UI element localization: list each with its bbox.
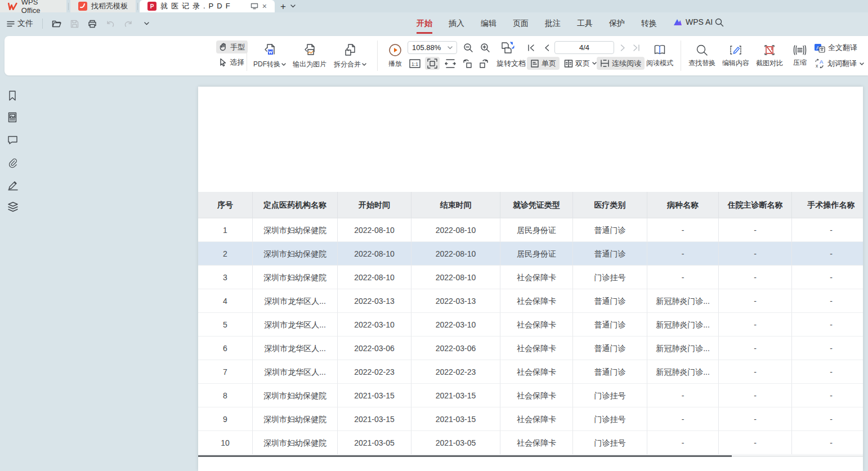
table-row[interactable]: 8深圳市妇幼保健院2021-03-152021-03-15社会保障卡门诊挂号--… (198, 384, 863, 407)
wps-ai-button[interactable]: WPS AI (673, 17, 713, 26)
table-cell: 社会保障卡 (500, 431, 573, 455)
zoom-out-button[interactable] (462, 41, 475, 54)
bookmark-icon[interactable] (7, 90, 18, 101)
single-page-label: 单页 (542, 59, 556, 69)
find-replace-button[interactable]: 查找替换 (685, 39, 719, 72)
attachment-icon[interactable] (7, 158, 18, 168)
select-tool-button[interactable]: 选择 (216, 56, 248, 69)
redo-button[interactable] (122, 17, 135, 30)
thumbnail-icon[interactable] (7, 112, 18, 123)
screenshot-compare-button[interactable]: 截图对比 (753, 39, 786, 72)
fit-page-icon (427, 59, 437, 69)
close-tab-icon[interactable]: × (262, 2, 267, 11)
table-cell: 新冠肺炎门诊... (647, 313, 719, 337)
embedded-horizontal-scrollbar[interactable] (198, 455, 732, 457)
edit-content-button[interactable]: 编辑内容 (719, 39, 753, 72)
table-cell: 2022-03-06 (338, 337, 411, 360)
table-cell: 5 (198, 313, 253, 337)
word-translate-button[interactable]: x A 划词翻译 (814, 57, 864, 70)
embedded-scrollbar-track (732, 456, 863, 456)
fit-width-button[interactable] (443, 57, 458, 70)
tab-convert[interactable]: 转换 (641, 17, 657, 30)
layers-icon[interactable] (7, 201, 18, 212)
table-cell: 普通门诊 (573, 242, 647, 266)
rotate-document-button[interactable]: 旋转文档 (493, 57, 529, 70)
fit-page-button[interactable] (425, 57, 440, 70)
export-image-button[interactable]: 输出为图片 (292, 39, 328, 72)
pdf-page[interactable]: 序号定点医药机构名称开始时间结束时间就诊凭证类型医疗类别病种名称住院主诊断名称手… (198, 87, 863, 471)
table-header-row: 序号定点医药机构名称开始时间结束时间就诊凭证类型医疗类别病种名称住院主诊断名称手… (198, 192, 863, 218)
tab-wps-office[interactable]: WPS Office (0, 0, 66, 12)
save-button[interactable] (68, 17, 81, 30)
tab-insert[interactable]: 插入 (449, 17, 464, 30)
tab-comment[interactable]: 批注 (545, 17, 561, 30)
tab-separator (68, 3, 69, 10)
tab-edit[interactable]: 编辑 (481, 17, 496, 30)
table-row[interactable]: 5深圳市龙华区人...2022-03-102022-03-10社会保障卡普通门诊… (198, 313, 863, 337)
tab-page[interactable]: 页面 (513, 17, 529, 30)
first-page-button[interactable] (525, 41, 536, 54)
pdf-convert-button[interactable]: PDF转换 (252, 39, 288, 72)
open-file-button[interactable] (50, 17, 63, 30)
hand-icon (219, 43, 227, 52)
table-cell: 社会保障卡 (500, 407, 573, 431)
table-cell: - (647, 266, 719, 289)
table-row[interactable]: 7深圳市龙华区人...2022-02-232022-02-23社会保障卡普通门诊… (198, 360, 863, 384)
new-tab-button[interactable]: + (280, 2, 286, 11)
play-label: 播放 (388, 59, 402, 69)
continuous-read-button[interactable]: 连续阅读 (597, 57, 645, 70)
tab-tools[interactable]: 工具 (577, 17, 593, 30)
comment-icon[interactable] (7, 135, 18, 146)
quick-access-chevron-icon[interactable] (140, 17, 153, 30)
table-row[interactable]: 10深圳市妇幼保健院2021-03-052021-03-05社会保障卡门诊挂号-… (198, 431, 863, 455)
table-row[interactable]: 6深圳市龙华区人...2022-03-062022-03-06社会保障卡普通门诊… (198, 337, 863, 360)
table-cell: 2022-03-13 (411, 289, 500, 313)
table-row[interactable]: 4深圳市龙华区人...2022-03-132022-03-13社会保障卡普通门诊… (198, 289, 863, 313)
monitor-icon[interactable] (250, 3, 258, 10)
zoom-in-button[interactable] (478, 41, 492, 54)
table-cell: 门诊挂号 (573, 431, 647, 455)
table-cell: - (719, 337, 792, 360)
play-button[interactable]: 播放 (381, 39, 410, 72)
compress-button[interactable]: 压缩 (787, 39, 813, 72)
table-row[interactable]: 9深圳市妇幼保健院2021-03-152021-03-15社会保障卡门诊挂号--… (198, 407, 863, 431)
file-menu[interactable]: 文件 (5, 17, 35, 30)
docer-icon (78, 2, 87, 11)
rotate-right-button[interactable] (477, 57, 491, 70)
table-row[interactable]: 1深圳市妇幼保健院2022-08-102022-08-10居民身份证普通门诊--… (198, 218, 863, 242)
last-page-button[interactable] (630, 41, 642, 54)
ribbon-search-icon[interactable] (715, 18, 724, 27)
single-page-button[interactable]: 单页 (527, 57, 560, 70)
tab-document-active[interactable]: P 就医记录.PDF × (140, 0, 275, 12)
tab-docer[interactable]: 找稻壳模板 (70, 0, 136, 12)
undo-button[interactable] (104, 17, 117, 30)
table-row[interactable]: 2深圳市妇幼保健院2022-08-102022-08-10居民身份证普通门诊--… (198, 242, 863, 266)
pdf-convert-label: PDF转换 (253, 60, 280, 69)
table-row[interactable]: 3深圳市妇幼保健院2022-08-102022-08-10社会保障卡门诊挂号--… (198, 266, 863, 289)
chevron-down-icon (860, 62, 864, 65)
table-cell: 深圳市妇幼保健院 (253, 242, 338, 266)
table-cell: 门诊挂号 (573, 384, 647, 407)
hand-tool-button[interactable]: 手型 (216, 41, 248, 53)
screenshot-compare-label: 截图对比 (756, 59, 783, 68)
actual-size-button[interactable]: 1:1 (408, 57, 422, 70)
next-page-button[interactable] (617, 41, 628, 54)
side-panel-rail (0, 79, 25, 471)
double-page-button[interactable]: 双页 (561, 57, 600, 70)
zoom-level-select[interactable]: 105.88% (408, 41, 457, 54)
tab-list-chevron-icon[interactable] (290, 5, 296, 8)
tab-protect[interactable]: 保护 (609, 17, 625, 30)
tab-home[interactable]: 开始 (417, 17, 432, 30)
read-mode-button[interactable]: 阅读模式 (643, 39, 677, 72)
previous-page-button[interactable] (541, 41, 552, 54)
page-number-input[interactable]: 4/4 (554, 41, 614, 54)
table-cell: 社会保障卡 (500, 360, 573, 384)
print-button[interactable] (86, 17, 99, 30)
full-translate-button[interactable]: A 全文翻译 (814, 42, 857, 54)
rotate-left-button[interactable] (460, 57, 475, 70)
split-merge-button[interactable]: 拆分合并 (332, 39, 368, 72)
table-cell: 深圳市龙华区人... (253, 337, 338, 360)
table-body: 1深圳市妇幼保健院2022-08-102022-08-10居民身份证普通门诊--… (198, 218, 863, 455)
signature-icon[interactable] (7, 180, 18, 190)
replace-pages-button[interactable] (499, 39, 517, 56)
